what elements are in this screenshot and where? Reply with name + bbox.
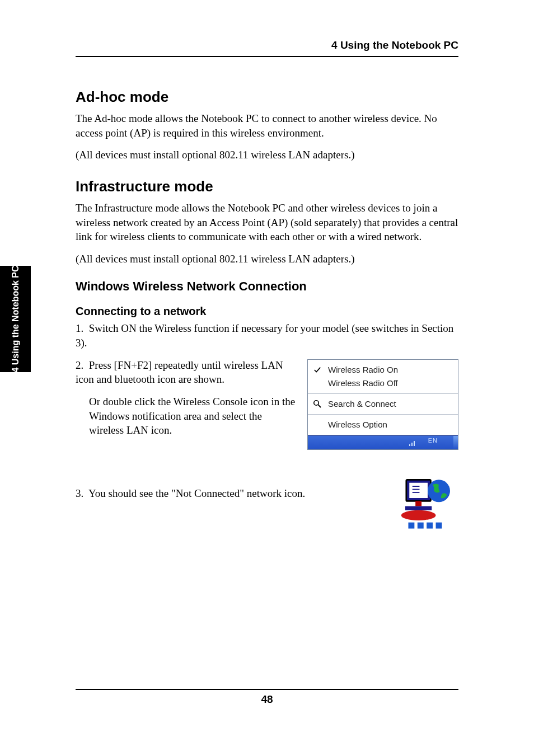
wireless-lan-icon [397, 476, 458, 534]
step-2-text: Press [FN+F2] repeatedly until wireless … [76, 359, 283, 386]
taskbar-lang[interactable]: EN [428, 437, 438, 444]
taskbar-strip: EN [308, 435, 458, 449]
text-note-mode: (All devices must install optional 802.1… [76, 148, 458, 162]
empty-icon [311, 378, 324, 388]
svg-rect-4 [414, 441, 415, 446]
text-adhoc: The Ad-hoc mode allows the Notebook PC t… [76, 111, 458, 140]
svg-rect-7 [413, 486, 420, 487]
svg-point-0 [314, 401, 318, 405]
svg-rect-9 [413, 492, 420, 493]
svg-rect-14 [408, 522, 414, 528]
svg-rect-3 [411, 443, 413, 446]
heading-connecting: Connecting to a network [76, 305, 458, 318]
step-2b: Or double click the Wireless Console ico… [89, 395, 296, 438]
svg-rect-8 [413, 489, 420, 490]
svg-rect-10 [415, 501, 421, 506]
step-1: 1. Switch ON the Wireless function if ne… [76, 321, 458, 350]
svg-rect-16 [427, 522, 433, 528]
svg-rect-17 [436, 522, 442, 528]
svg-rect-2 [409, 444, 410, 446]
magnifier-icon [311, 399, 324, 409]
step-3-text: You should see the "Not Connected" netwo… [88, 487, 305, 499]
menu-item-search-connect[interactable]: Search & Connect [308, 397, 458, 411]
page-number: 48 [76, 693, 458, 706]
check-icon [311, 365, 324, 375]
text-infra: The Infrastructure mode allows the Noteb… [76, 201, 458, 244]
svg-rect-11 [405, 506, 432, 510]
empty-icon [311, 420, 324, 430]
taskbar-edge [453, 436, 458, 449]
menu-item-radio-on-label: Wireless Radio On [328, 365, 398, 374]
step-2: 2. Press [FN+F2] repeatedly until wirele… [76, 358, 296, 387]
footer-rule [76, 689, 458, 690]
menu-item-wireless-option[interactable]: Wireless Option [308, 418, 458, 431]
menu-item-radio-off[interactable]: Wireless Radio Off [308, 377, 458, 390]
svg-line-1 [318, 405, 321, 407]
step-1-text: Switch ON the Wireless function if neces… [76, 322, 453, 349]
step-3: 3. You should see the "Not Connected" ne… [76, 486, 387, 501]
heading-infra: Infrastructure mode [76, 178, 458, 195]
menu-item-wireless-option-label: Wireless Option [328, 420, 387, 429]
tray-wireless-icon[interactable] [409, 439, 415, 445]
svg-rect-15 [418, 522, 424, 528]
side-tab: 4 Using the Notebook PC [0, 266, 31, 372]
svg-rect-6 [409, 482, 428, 497]
heading-wlan-conn: Windows Wireless Network Connection [76, 279, 458, 294]
wireless-context-menu: Wireless Radio On Wireless Radio Off [307, 359, 458, 450]
menu-item-radio-on[interactable]: Wireless Radio On [308, 363, 458, 377]
menu-item-search-connect-label: Search & Connect [328, 399, 396, 408]
side-tab-label: 4 Using the Notebook PC [11, 265, 21, 372]
header-rule [76, 56, 458, 57]
heading-adhoc: Ad-hoc mode [76, 88, 458, 106]
svg-point-13 [401, 510, 436, 520]
menu-item-radio-off-label: Wireless Radio Off [328, 378, 398, 388]
section-header: 4 Using the Notebook PC [76, 39, 458, 51]
text-note-mode-2: (All devices must install optional 802.1… [76, 252, 458, 266]
